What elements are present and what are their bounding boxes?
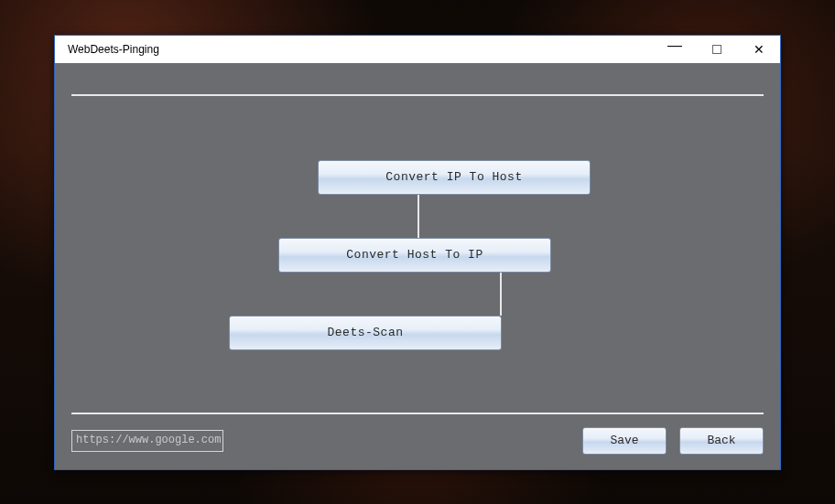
options-area: Convert IP To Host Convert Host To IP De… (71, 96, 764, 413)
maximize-icon (712, 45, 721, 54)
deets-scan-button[interactable]: Deets-Scan (229, 316, 502, 350)
button-label: Deets-Scan (327, 326, 403, 339)
button-label: Back (707, 434, 735, 447)
titlebar: WebDeets-Pinging — ✕ (55, 36, 780, 63)
connector-line (418, 195, 419, 238)
footer-buttons: Save Back (582, 427, 764, 455)
button-label: Convert Host To IP (346, 248, 483, 262)
save-button[interactable]: Save (582, 427, 667, 455)
window-title: WebDeets-Pinging (55, 43, 159, 56)
url-input[interactable]: https://www.google.com (71, 430, 223, 452)
close-icon: ✕ (754, 42, 765, 57)
client-area: Convert IP To Host Convert Host To IP De… (55, 63, 780, 469)
minimize-icon: — (667, 38, 682, 54)
button-label: Save (610, 434, 638, 447)
maximize-button[interactable] (696, 36, 738, 63)
footer: https://www.google.com Save Back (71, 425, 764, 456)
close-button[interactable]: ✕ (738, 36, 780, 63)
minimize-button[interactable]: — (654, 36, 696, 63)
divider-bottom (71, 413, 764, 414)
app-window: WebDeets-Pinging — ✕ Convert IP To Host … (54, 35, 781, 470)
back-button[interactable]: Back (679, 427, 764, 455)
button-label: Convert IP To Host (385, 170, 522, 184)
convert-host-to-ip-button[interactable]: Convert Host To IP (278, 238, 551, 273)
window-controls: — ✕ (654, 36, 780, 63)
convert-ip-to-host-button[interactable]: Convert IP To Host (318, 160, 591, 195)
connector-line (500, 273, 502, 316)
svg-rect-0 (713, 45, 721, 53)
